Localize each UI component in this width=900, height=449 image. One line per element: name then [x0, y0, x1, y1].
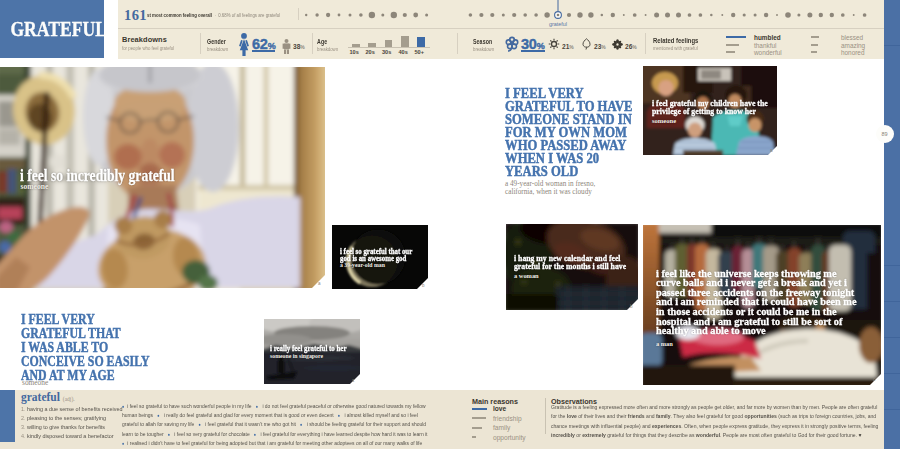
svg-text:grateful: grateful: [549, 21, 567, 27]
